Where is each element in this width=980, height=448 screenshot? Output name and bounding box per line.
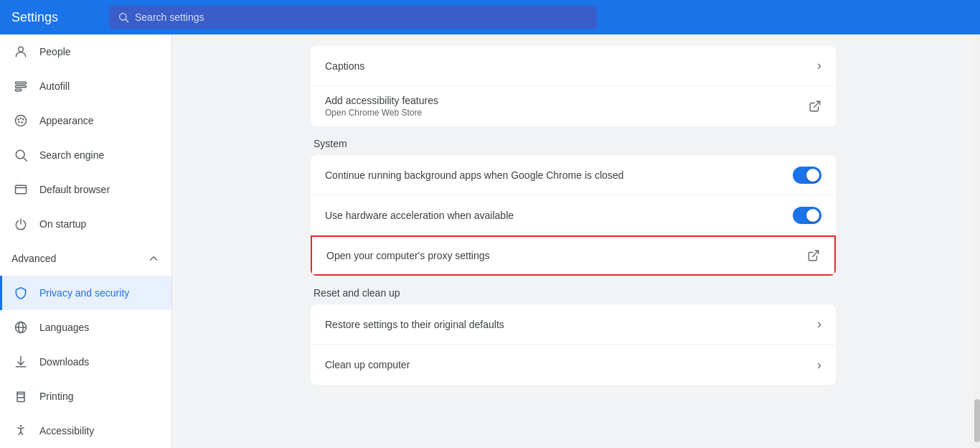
hardware-accel-label: Use hardware acceleration when available (325, 210, 793, 221)
hardware-accel-toggle[interactable] (793, 207, 821, 224)
proxy-settings-row[interactable]: Open your computer's proxy settings (311, 235, 836, 276)
svg-point-6 (16, 116, 27, 126)
advanced-label: Advanced (11, 253, 56, 264)
sidebar-item-languages[interactable]: Languages (0, 310, 171, 345)
svg-line-24 (813, 251, 819, 256)
power-icon (14, 217, 28, 231)
sidebar-item-default-browser[interactable]: Default browser (0, 172, 171, 207)
restore-settings-chevron-icon: › (817, 317, 821, 332)
right-scrollbar[interactable] (974, 34, 980, 448)
add-accessibility-external-icon (809, 100, 821, 113)
svg-rect-3 (16, 82, 27, 84)
sidebar-item-on-startup[interactable]: On startup (0, 207, 171, 241)
svg-rect-14 (16, 185, 27, 194)
add-accessibility-main: Add accessibility features Open Chrome W… (325, 95, 809, 118)
search-input[interactable] (135, 11, 588, 23)
svg-point-7 (17, 118, 19, 121)
sidebar-label-accessibility: Accessibility (39, 425, 94, 437)
system-section-heading: System (311, 138, 836, 149)
svg-line-1 (126, 19, 128, 22)
restore-settings-row[interactable]: Restore settings to their original defau… (311, 304, 836, 345)
sidebar-label-appearance: Appearance (39, 115, 94, 126)
svg-rect-20 (17, 398, 24, 402)
svg-point-2 (19, 47, 24, 52)
svg-rect-5 (16, 89, 22, 91)
autofill-icon (14, 79, 28, 93)
search-icon (118, 11, 129, 23)
app-title: Settings (11, 10, 98, 25)
sidebar-item-search-engine[interactable]: Search engine (0, 138, 171, 172)
sidebar-item-privacy-security[interactable]: Privacy and security (0, 276, 171, 310)
globe-icon (14, 320, 28, 335)
search-bar[interactable] (109, 6, 597, 29)
shield-icon (14, 286, 28, 300)
sidebar-item-printing[interactable]: Printing (0, 379, 171, 414)
chevron-up-icon (147, 252, 160, 265)
background-apps-label: Continue running background apps when Go… (325, 169, 793, 181)
add-accessibility-row[interactable]: Add accessibility features Open Chrome W… (311, 86, 836, 126)
proxy-settings-external-icon (807, 249, 820, 262)
main-content: Captions › Add accessibility features Op… (172, 34, 974, 448)
hardware-accel-row[interactable]: Use hardware acceleration when available (311, 195, 836, 235)
layout: People Autofill Appearance Search engine (0, 34, 980, 448)
sidebar-label-autofill: Autofill (39, 80, 70, 92)
accessibility-icon (14, 424, 28, 438)
sidebar-item-autofill[interactable]: Autofill (0, 69, 171, 103)
search-engine-icon (14, 148, 28, 162)
background-apps-row[interactable]: Continue running background apps when Go… (311, 155, 836, 195)
svg-rect-4 (16, 85, 27, 88)
svg-point-22 (20, 425, 22, 427)
svg-point-10 (18, 121, 20, 123)
captions-row[interactable]: Captions › (311, 46, 836, 86)
sidebar-item-people[interactable]: People (0, 34, 171, 69)
svg-rect-21 (23, 396, 24, 397)
svg-point-9 (22, 118, 24, 121)
cleanup-computer-row[interactable]: Clean up computer › (311, 345, 836, 385)
download-icon (14, 355, 28, 369)
content-area: Captions › Add accessibility features Op… (293, 34, 853, 408)
browser-icon (14, 182, 28, 197)
print-icon (14, 389, 28, 403)
sidebar-label-people: People (39, 46, 71, 57)
sidebar-label-privacy-security: Privacy and security (39, 287, 129, 299)
proxy-settings-label: Open your computer's proxy settings (326, 250, 807, 261)
background-apps-toggle[interactable] (793, 167, 821, 184)
accessibility-card: Captions › Add accessibility features Op… (311, 46, 836, 126)
system-card: Continue running background apps when Go… (311, 155, 836, 276)
reset-section-heading: Reset and clean up (311, 287, 836, 299)
sidebar-label-languages: Languages (39, 322, 89, 333)
sidebar-label-on-startup: On startup (39, 218, 86, 230)
restore-settings-label: Restore settings to their original defau… (325, 319, 817, 330)
person-icon (14, 45, 28, 59)
sidebar-item-accessibility[interactable]: Accessibility (0, 414, 171, 448)
captions-chevron-icon: › (817, 58, 821, 73)
cleanup-computer-chevron-icon: › (817, 358, 821, 373)
sidebar-item-appearance[interactable]: Appearance (0, 103, 171, 138)
advanced-section-header[interactable]: Advanced (0, 241, 171, 276)
right-scrollbar-thumb (974, 399, 980, 442)
svg-line-13 (24, 158, 27, 162)
svg-line-23 (814, 101, 820, 107)
svg-point-11 (21, 121, 23, 123)
palette-icon (14, 113, 28, 128)
sidebar-label-printing: Printing (39, 391, 73, 402)
reset-card: Restore settings to their original defau… (311, 304, 836, 385)
captions-label: Captions (325, 60, 817, 72)
sidebar: People Autofill Appearance Search engine (0, 34, 172, 448)
header: Settings (0, 0, 980, 34)
add-accessibility-label: Add accessibility features (325, 95, 809, 106)
add-accessibility-sublabel: Open Chrome Web Store (325, 108, 809, 118)
sidebar-label-default-browser: Default browser (39, 184, 110, 195)
sidebar-label-search-engine: Search engine (39, 149, 104, 161)
cleanup-computer-label: Clean up computer (325, 359, 817, 370)
sidebar-item-downloads[interactable]: Downloads (0, 345, 171, 379)
sidebar-label-downloads: Downloads (39, 356, 89, 368)
svg-point-8 (20, 117, 22, 119)
advanced-section-left: Advanced (11, 253, 56, 264)
